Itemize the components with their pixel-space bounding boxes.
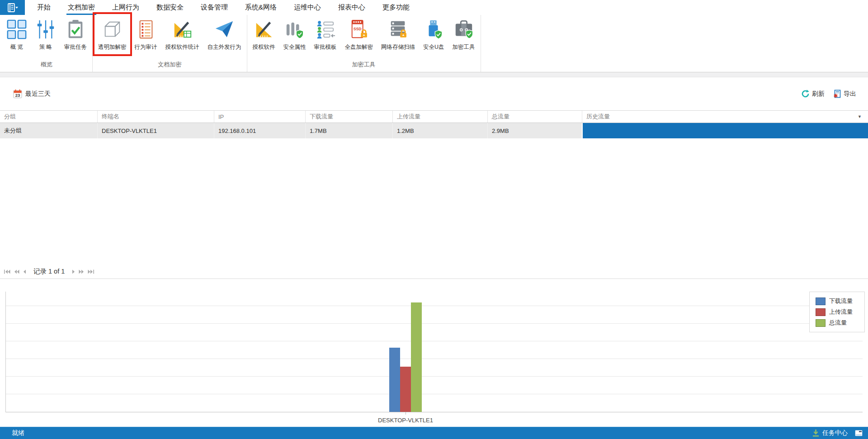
overview-button[interactable]: 概 览 xyxy=(2,15,31,53)
policy-button[interactable]: 策 略 xyxy=(31,15,60,53)
cell-download: 1.7MB xyxy=(305,123,392,138)
full-disk-encryption-icon: SSD xyxy=(349,19,369,40)
legend-label-upload: 上传流量 xyxy=(829,308,853,316)
task-center-label: 任务中心 xyxy=(822,429,848,437)
bar-group xyxy=(389,302,422,412)
date-filter-button[interactable]: 23 最近三天 xyxy=(13,89,51,99)
outgoing-behavior-button[interactable]: 自主外发行为 xyxy=(203,15,245,53)
table-empty-area xyxy=(0,138,868,264)
app-menu-button[interactable] xyxy=(0,0,25,15)
svg-text:23: 23 xyxy=(15,93,20,98)
next-page-icon xyxy=(72,269,75,274)
gridline xyxy=(6,376,863,377)
tab-report-center[interactable]: 报表中心 xyxy=(330,0,374,15)
traffic-chart: DESKTOP-VLKTLE1 下载流量 上传流量 总流量 xyxy=(0,279,868,427)
column-header-ip[interactable]: IP xyxy=(214,111,305,123)
next-page-button[interactable] xyxy=(72,269,75,274)
full-disk-encryption-label: 全盘加解密 xyxy=(345,43,373,51)
task-center-button[interactable]: 任务中心 xyxy=(812,429,848,437)
policy-icon xyxy=(35,19,56,40)
cell-history-bar xyxy=(582,123,868,138)
security-attributes-label: 安全属性 xyxy=(283,43,306,51)
refresh-button[interactable]: 刷新 xyxy=(801,90,825,98)
policy-label: 策 略 xyxy=(39,43,52,51)
legend-item-total: 总流量 xyxy=(816,319,864,327)
column-dropdown-caret-icon[interactable]: ▼ xyxy=(858,114,862,119)
column-header-terminal[interactable]: 终端名 xyxy=(97,111,214,123)
approval-tasks-icon xyxy=(65,19,86,40)
cell-total: 2.9MB xyxy=(487,123,582,138)
ribbon-group-label-encryption-tools: 加密工具 xyxy=(249,60,479,72)
ribbon-group-encryption-tools: 授权软件 安全属性 xyxy=(247,15,481,72)
tab-start[interactable]: 开始 xyxy=(28,0,59,15)
status-ready-text: 就绪 xyxy=(12,429,24,437)
taskbar-window-icon[interactable] xyxy=(855,430,863,436)
gridline xyxy=(6,323,863,324)
overview-icon xyxy=(6,19,27,40)
first-page-icon xyxy=(4,269,10,274)
calendar-icon: 23 xyxy=(13,89,22,99)
behavior-audit-label: 行为审计 xyxy=(135,43,157,51)
next-group-button[interactable] xyxy=(79,269,84,274)
column-header-download[interactable]: 下载流量 xyxy=(305,111,392,123)
legend-swatch-download xyxy=(816,297,826,305)
refresh-icon xyxy=(801,90,810,98)
legend-swatch-upload xyxy=(816,308,826,316)
column-header-group[interactable]: 分组 xyxy=(0,111,97,123)
pager: 记录 1 of 1 xyxy=(0,264,868,279)
encryption-tools-icon xyxy=(453,19,474,40)
legend-label-download: 下载流量 xyxy=(829,297,853,305)
export-button[interactable]: 导出 xyxy=(833,90,856,98)
statusbar-right: 任务中心 xyxy=(812,429,863,437)
approval-template-button[interactable]: 审批模板 xyxy=(310,15,341,53)
transparent-encryption-button[interactable]: 透明加解密 xyxy=(94,15,131,53)
bar-upload-traffic xyxy=(400,367,411,412)
bar-download-traffic xyxy=(389,348,400,412)
refresh-label: 刷新 xyxy=(812,90,825,98)
software-stats-icon xyxy=(172,19,193,40)
tab-more-features[interactable]: 更多功能 xyxy=(374,0,418,15)
gridline xyxy=(6,306,863,306)
prev-group-button[interactable] xyxy=(14,269,19,274)
ribbon-bottom-strip xyxy=(0,72,868,77)
tab-ops-center[interactable]: 运维中心 xyxy=(285,0,330,15)
secure-usb-label: 安全U盘 xyxy=(423,43,444,51)
column-header-history[interactable]: 历史流量 ▼ xyxy=(582,111,868,123)
network-storage-scan-label: 网络存储扫描 xyxy=(381,43,415,51)
tab-system-network[interactable]: 系统&网络 xyxy=(236,0,285,15)
software-stats-label: 授权软件统计 xyxy=(165,43,199,51)
last-page-button[interactable] xyxy=(88,269,94,274)
software-stats-button[interactable]: 授权软件统计 xyxy=(161,15,203,53)
outgoing-behavior-label: 自主外发行为 xyxy=(208,43,241,51)
column-header-total[interactable]: 总流量 xyxy=(487,111,582,123)
legend-item-upload: 上传流量 xyxy=(816,308,864,316)
column-header-history-label: 历史流量 xyxy=(586,113,610,121)
table-row[interactable]: 未分组 DESKTOP-VLKTLE1 192.168.0.101 1.7MB … xyxy=(0,123,868,138)
encryption-tools-button[interactable]: 加密工具 xyxy=(448,15,479,53)
first-page-button[interactable] xyxy=(4,269,10,274)
security-attributes-icon xyxy=(284,19,305,40)
network-storage-scan-button[interactable]: 网络存储扫描 xyxy=(377,15,419,53)
prev-page-button[interactable] xyxy=(23,269,26,274)
tab-device-management[interactable]: 设备管理 xyxy=(192,0,236,15)
approval-tasks-button[interactable]: 审批任务 xyxy=(60,15,91,53)
legend-label-total: 总流量 xyxy=(829,319,847,327)
full-disk-encryption-button[interactable]: SSD 全盘加解密 xyxy=(341,15,377,53)
tab-web-behavior[interactable]: 上网行为 xyxy=(104,0,148,15)
security-attributes-button[interactable]: 安全属性 xyxy=(279,15,310,53)
secure-usb-button[interactable]: 安全U盘 xyxy=(419,15,448,53)
approval-template-icon xyxy=(315,19,336,40)
tab-document-encryption[interactable]: 文档加密 xyxy=(59,0,104,15)
export-icon xyxy=(833,90,841,98)
tab-data-security[interactable]: 数据安全 xyxy=(148,0,192,15)
menubar: 开始 文档加密 上网行为 数据安全 设备管理 系统&网络 运维中心 报表中心 更… xyxy=(0,0,868,15)
legend-item-download: 下载流量 xyxy=(816,297,864,305)
ribbon-group-label-doc-encryption: 文档加密 xyxy=(94,60,245,72)
chart-legend: 下载流量 上传流量 总流量 xyxy=(809,292,865,332)
record-count-text: 记录 1 of 1 xyxy=(33,267,65,276)
behavior-audit-button[interactable]: 行为审计 xyxy=(131,15,161,53)
authorized-software-button[interactable]: 授权软件 xyxy=(249,15,279,53)
gridline xyxy=(6,359,863,359)
transparent-encryption-icon xyxy=(102,19,123,40)
column-header-upload[interactable]: 上传流量 xyxy=(392,111,487,123)
